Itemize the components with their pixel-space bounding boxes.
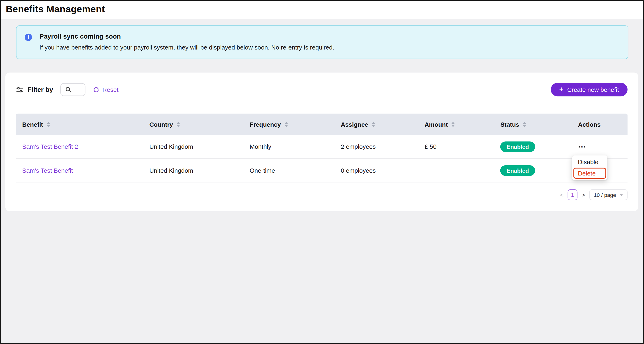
- info-icon: i: [25, 34, 32, 41]
- table-row: Sam's Test Benefit United Kingdom One-ti…: [16, 159, 628, 182]
- page-size-select[interactable]: 10 / page: [589, 189, 628, 200]
- reset-button[interactable]: Reset: [93, 86, 118, 93]
- column-label: Benefit: [22, 121, 43, 128]
- column-label: Amount: [425, 121, 448, 128]
- status-badge: Enabled: [500, 141, 535, 152]
- pagination: < 1 > 10 / page: [16, 189, 628, 200]
- page-number-button[interactable]: 1: [568, 189, 578, 200]
- column-header-status[interactable]: Status: [494, 121, 572, 128]
- chevron-down-icon: [620, 194, 623, 196]
- menu-item-disable[interactable]: Disable: [574, 157, 606, 167]
- sort-icon: [47, 122, 50, 127]
- menu-item-delete[interactable]: Delete: [574, 168, 606, 179]
- search-icon: [66, 86, 72, 93]
- prev-page-button[interactable]: <: [560, 191, 564, 198]
- column-label: Frequency: [250, 121, 281, 128]
- table-header-row: Benefit Country Frequency Assignee Amoun…: [16, 114, 628, 135]
- create-new-benefit-button[interactable]: + Create new benefit: [551, 83, 628, 96]
- cell-status: Enabled: [494, 165, 572, 176]
- sort-icon: [284, 122, 288, 127]
- filter-by-label: Filter by: [28, 86, 53, 93]
- filter-icon: [16, 86, 24, 93]
- column-header-actions: Actions: [572, 121, 628, 128]
- column-header-frequency[interactable]: Frequency: [244, 121, 334, 128]
- column-header-country[interactable]: Country: [143, 121, 244, 128]
- table-row: Sam's Test Benefit 2 United Kingdom Mont…: [16, 135, 628, 159]
- row-actions-menu: Disable Delete: [572, 156, 608, 180]
- column-label: Actions: [578, 121, 601, 128]
- cell-benefit: Sam's Test Benefit: [16, 167, 143, 174]
- page-title: Benefits Management: [1, 1, 643, 15]
- status-badge: Enabled: [500, 165, 535, 176]
- column-label: Country: [150, 121, 173, 128]
- reset-label: Reset: [102, 86, 118, 93]
- cell-actions: ⋯: [572, 143, 628, 151]
- column-header-assignee[interactable]: Assignee: [334, 121, 418, 128]
- benefit-link[interactable]: Sam's Test Benefit 2: [22, 143, 78, 150]
- payroll-sync-banner: i Payroll sync coming soon If you have b…: [16, 25, 628, 59]
- plus-icon: +: [559, 86, 564, 93]
- column-header-amount[interactable]: Amount: [418, 121, 494, 128]
- column-label: Assignee: [341, 121, 368, 128]
- create-button-label: Create new benefit: [567, 86, 619, 93]
- table-toolbar: Filter by Reset: [16, 83, 628, 96]
- sort-icon: [372, 122, 375, 127]
- row-actions-trigger[interactable]: ⋯: [578, 142, 586, 151]
- sort-icon: [177, 122, 180, 127]
- cell-assignee: 0 employees: [334, 167, 418, 174]
- cell-assignee: 2 employees: [334, 143, 418, 150]
- cell-status: Enabled: [494, 141, 572, 152]
- next-page-button[interactable]: >: [582, 191, 585, 198]
- benefits-table: Benefit Country Frequency Assignee Amoun…: [16, 114, 628, 182]
- cell-benefit: Sam's Test Benefit 2: [16, 143, 143, 150]
- benefit-link[interactable]: Sam's Test Benefit: [22, 167, 73, 174]
- page-size-label: 10 / page: [594, 192, 616, 198]
- page-header: Benefits Management: [1, 1, 643, 19]
- banner-message: If you have benefits added to your payro…: [39, 44, 334, 51]
- benefits-management-page: Benefits Management i Payroll sync comin…: [0, 0, 644, 344]
- cell-amount: £ 50: [418, 143, 494, 150]
- sort-icon: [523, 122, 526, 127]
- cell-frequency: Monthly: [244, 143, 334, 150]
- search-input[interactable]: [60, 83, 86, 96]
- reset-icon: [93, 86, 100, 93]
- banner-text: Payroll sync coming soon If you have ben…: [39, 33, 334, 52]
- cell-frequency: One-time: [244, 167, 334, 174]
- column-header-benefit[interactable]: Benefit: [16, 121, 143, 128]
- cell-country: United Kingdom: [143, 143, 244, 150]
- benefits-card: Filter by Reset: [5, 72, 638, 211]
- cell-country: United Kingdom: [143, 167, 244, 174]
- column-label: Status: [500, 121, 519, 128]
- banner-title: Payroll sync coming soon: [39, 33, 334, 40]
- sort-icon: [452, 122, 455, 127]
